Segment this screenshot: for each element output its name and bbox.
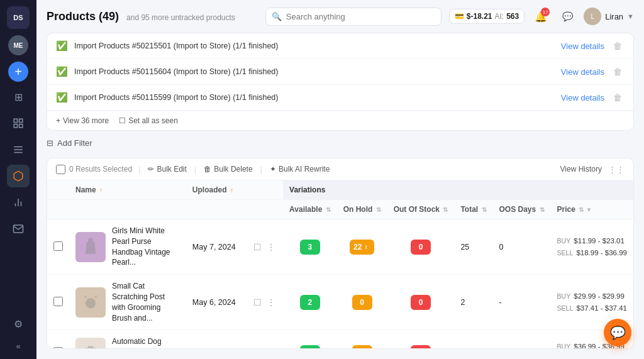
ai-value: 563: [506, 12, 519, 21]
available-badge: 3: [300, 240, 320, 255]
select-all-checkbox[interactable]: [56, 165, 65, 174]
product-thumbnail: [75, 338, 106, 348]
product-name-cell: Girls Mini White Pearl Purse Handbag Vin…: [69, 219, 186, 275]
available-badge: 1: [300, 345, 320, 348]
notifications-footer: + View 36 more ☐ Set all as seen: [47, 111, 633, 130]
bulk-edit-button[interactable]: ✏ Bulk Edit: [144, 163, 190, 175]
checkbox-action-button[interactable]: ☐: [252, 296, 263, 309]
selected-count-label: 0 Results Selected: [69, 165, 132, 174]
notif-text-2: Import Products #50115604 (Import to Sto…: [74, 67, 555, 76]
svg-rect-10: [85, 348, 97, 348]
bulk-delete-button[interactable]: 🗑 Bulk Delete: [200, 163, 256, 175]
checkbox-action-button[interactable]: ☐: [252, 346, 263, 348]
set-all-seen-button[interactable]: ☐ Set all as seen: [119, 116, 178, 125]
out-of-stock-cell: 0: [387, 219, 455, 275]
col-sub-name: [69, 200, 186, 219]
on-hold-cell: 22 !: [337, 219, 387, 275]
chat-float-button[interactable]: 💬: [604, 319, 631, 346]
add-filter-button[interactable]: ⊟ Add Filter: [47, 138, 92, 148]
columns-icon[interactable]: ⋮⋮: [608, 165, 625, 174]
available-badge: 2: [300, 295, 320, 310]
check-icon-2: ✅: [56, 66, 68, 77]
more-options-button[interactable]: ⋮: [265, 241, 277, 253]
notification-bubble-button[interactable]: 💬: [557, 6, 577, 26]
row-checkbox[interactable]: [53, 241, 63, 251]
check-icon-1: ✅: [56, 40, 68, 52]
sidebar-item-products[interactable]: [7, 165, 30, 187]
out-of-stock-badge: 0: [411, 295, 431, 310]
view-details-link-3[interactable]: View details: [561, 93, 604, 102]
table-row: Small Cat Scratching Post with Grooming …: [47, 275, 633, 330]
row-checkbox[interactable]: [53, 347, 63, 348]
sidebar-item-messages[interactable]: [7, 218, 30, 240]
topbar: Products (49) and 95 more untracked prod…: [36, 0, 644, 33]
sidebar-item-settings[interactable]: ⚙: [7, 312, 30, 335]
sort-icon-name: ↑: [99, 187, 103, 194]
product-uploaded: May 7, 2024: [186, 219, 246, 275]
notification-item-1: ✅ Import Products #50215501 (Import to S…: [47, 33, 633, 59]
out-of-stock-badge: 0: [411, 345, 431, 348]
total-cell: 1: [454, 330, 492, 348]
col-header-oos-days: OOS Days ⇅: [493, 200, 551, 219]
add-button[interactable]: +: [8, 62, 28, 82]
delete-notif-1[interactable]: 🗑: [611, 40, 625, 52]
delete-notif-2[interactable]: 🗑: [611, 65, 625, 78]
more-options-button[interactable]: ⋮: [265, 296, 277, 309]
notification-bell-button[interactable]: 🔔 17: [531, 6, 551, 26]
notif-text-1: Import Products #50215501 (Import to Sto…: [74, 41, 555, 50]
col-header-out-of-stock: Out Of Stock ⇅: [387, 200, 455, 219]
bulk-right: View History ⋮⋮: [560, 165, 625, 174]
sidebar-avatar: ME: [8, 35, 28, 55]
view-details-link-1[interactable]: View details: [561, 41, 604, 51]
sidebar-item-orders[interactable]: [7, 112, 30, 135]
col-header-name: Name ↑: [69, 180, 186, 200]
bulk-ai-rewrite-button[interactable]: ✦ Bulk AI Rewrite: [266, 163, 333, 175]
user-name: Liran: [605, 12, 623, 21]
product-name-cell: Small Cat Scratching Post with Grooming …: [69, 275, 186, 330]
view-more-button[interactable]: + View 36 more: [56, 116, 109, 125]
checkbox-action-button[interactable]: ☐: [252, 241, 263, 253]
table-row: Girls Mini White Pearl Purse Handbag Vin…: [47, 219, 633, 275]
sidebar-item-dashboard[interactable]: ⊞: [7, 86, 30, 108]
product-thumbnail: [75, 232, 106, 262]
notif-text-3: Import Products #50115599 (Import to Sto…: [74, 93, 555, 102]
delete-notif-3[interactable]: 🗑: [611, 91, 625, 104]
notification-item-2: ✅ Import Products #50115604 (Import to S…: [47, 59, 633, 85]
sidebar-logo: DS: [7, 6, 30, 29]
user-area[interactable]: L Liran ▼: [584, 8, 634, 25]
view-history-button[interactable]: View History: [560, 165, 602, 174]
on-hold-badge: 22 !: [350, 240, 374, 255]
trash-icon: 🗑: [204, 165, 211, 174]
edit-icon: ✏: [148, 165, 154, 174]
svg-rect-2: [14, 124, 17, 128]
wallet-icon: 💳: [455, 12, 464, 21]
product-name-cell: Automatic Dog Feeders, Pet Feeder, Cat F…: [69, 330, 186, 348]
col-header-on-hold: On Hold ⇅: [337, 200, 387, 219]
on-hold-cell: 0: [337, 275, 387, 330]
oos-days-cell: 0: [493, 219, 551, 275]
col-sub-uploaded: [186, 200, 246, 219]
more-options-button[interactable]: ⋮: [265, 346, 277, 348]
wallet-badge[interactable]: 💳 $-18.21 AI: 563: [449, 9, 525, 24]
sidebar: DS ME + ⊞ ⚙ «: [0, 0, 36, 359]
products-table-container: 0 Results Selected | ✏ Bulk Edit | 🗑 Bul…: [47, 158, 634, 349]
main-content: Products (49) and 95 more untracked prod…: [36, 0, 644, 359]
sidebar-collapse-button[interactable]: «: [7, 339, 30, 353]
page-title: Products (49): [47, 10, 119, 23]
search-input[interactable]: [265, 8, 441, 26]
ai-icon: ✦: [270, 165, 276, 174]
oos-days-cell: -: [493, 275, 551, 330]
product-name: Girls Mini White Pearl Purse Handbag Vin…: [112, 226, 180, 268]
sidebar-item-list[interactable]: [7, 138, 30, 161]
svg-point-7: [86, 298, 96, 308]
sidebar-item-analytics[interactable]: [7, 191, 30, 214]
row-checkbox[interactable]: [53, 297, 63, 306]
product-name: Automatic Dog Feeders, Pet Feeder, Cat F…: [112, 336, 180, 348]
content-area: ✅ Import Products #50215501 (Import to S…: [36, 33, 644, 359]
product-thumbnail: [75, 287, 106, 318]
col-header-price: Price ⇅ ▼: [551, 200, 633, 219]
search-container: 🔍: [265, 8, 441, 26]
view-details-link-2[interactable]: View details: [561, 67, 604, 77]
price-cell: BUY $11.99 - $23.01 SELL $18.99 - $36.99: [551, 219, 633, 275]
plus-icon: +: [56, 116, 60, 125]
